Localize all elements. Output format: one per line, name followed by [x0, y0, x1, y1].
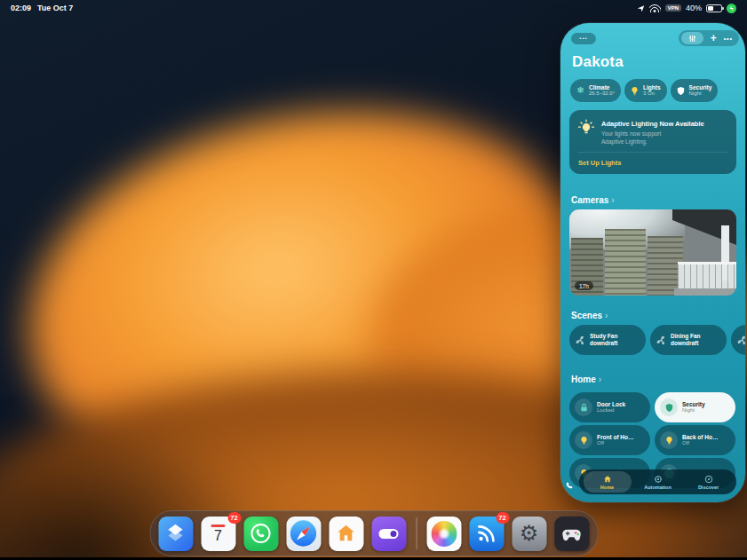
set-up-lights-link[interactable]: Set Up Lights [578, 159, 621, 167]
scene-dining-fan[interactable]: Dining Fan downdraft [650, 325, 727, 355]
scene-study-fan[interactable]: Study Fan downdraft [569, 325, 646, 355]
dock-app-photos[interactable] [426, 517, 461, 551]
cameras-header[interactable]: Cameras › [571, 195, 615, 205]
scenes-header[interactable]: Scenes › [571, 311, 608, 320]
calendar-weekday-bar [211, 525, 226, 527]
dock-app-shortcuts[interactable] [158, 517, 193, 551]
house-icon [335, 522, 358, 545]
lightbulb-icon [575, 431, 592, 449]
pill-label: Security [689, 84, 712, 91]
fan-icon [575, 335, 586, 346]
scene-partial[interactable] [731, 325, 745, 355]
dock-app-toggle[interactable] [371, 517, 406, 551]
shield-icon [660, 398, 678, 416]
home-app-window: ••• + ••• Dakota ❄ Climate 26.5–32.0° [560, 23, 745, 502]
automation-icon [654, 475, 663, 484]
chevron-right-icon: › [599, 375, 601, 384]
home-name-title: Dakota [572, 53, 624, 71]
tab-home[interactable]: Home [584, 471, 632, 493]
window-controls: ••• + ••• [571, 30, 739, 46]
pill-label: Lights [643, 84, 661, 91]
snowflake-icon: ❄ [575, 85, 586, 97]
notification-badge: 72 [227, 512, 241, 524]
camera-snapshot[interactable]: 17h [569, 209, 736, 296]
tab-bar: Home Automation Discover [579, 469, 736, 494]
dock: 72 7 72 ⚙ [149, 510, 598, 556]
security-status-pill[interactable]: Security Night [671, 79, 719, 102]
dock-app-settings[interactable]: ⚙ [512, 517, 546, 551]
dock-app-home[interactable] [329, 517, 363, 551]
tab-discover[interactable]: Discover [685, 471, 733, 493]
pill-value: Night [689, 91, 712, 97]
dock-app-safari[interactable] [286, 517, 321, 551]
chevron-right-icon: › [611, 195, 614, 205]
camera-floor [674, 288, 736, 296]
battery-icon [706, 4, 722, 12]
compass-icon [704, 475, 713, 484]
climate-status-pill[interactable]: ❄ Climate 26.5–32.0° [570, 79, 621, 102]
lock-icon [575, 398, 592, 416]
home-section-header[interactable]: Home › [571, 375, 601, 384]
vpn-badge: VPN [665, 4, 681, 12]
status-bar: 02:09 Tue Oct 7 VPN 40% ϟ [0, 0, 747, 16]
lightbulb-icon [660, 431, 678, 449]
whatsapp-icon [250, 522, 273, 545]
pill-value: 3 On [643, 91, 661, 97]
adaptive-lighting-banner: Adaptive Lighting Now Available Your lig… [569, 110, 736, 174]
status-pills: ❄ Climate 26.5–32.0° Lights 3 On Securit… [570, 79, 742, 102]
scenes-row: Study Fan downdraft Dining Fan downdraft [569, 325, 745, 355]
date: Tue Oct 7 [37, 4, 73, 12]
notification-badge: 72 [496, 512, 509, 524]
toolbar-capsule: + ••• [679, 30, 739, 46]
accessory-tile-back-light[interactable]: Back of Ho… Off [655, 425, 735, 455]
home-controls-icon[interactable] [681, 32, 703, 44]
photos-pinwheel-icon [431, 521, 457, 547]
charging-icon: ϟ [727, 4, 736, 13]
dock-app-calendar[interactable]: 72 7 [201, 517, 235, 551]
location-icon [637, 4, 645, 12]
wifi-icon [649, 4, 661, 12]
adaptive-bulb-icon [577, 119, 595, 137]
toggle-icon [379, 529, 399, 539]
add-button[interactable]: + [711, 33, 717, 43]
calendar-day: 7 [214, 529, 222, 543]
tab-automation[interactable]: Automation [634, 471, 682, 493]
banner-divider [578, 152, 727, 153]
slideover-grabber[interactable]: ••• [571, 33, 596, 44]
accessory-tile-security[interactable]: Security Night [655, 392, 735, 422]
pill-value: 26.5–32.0° [589, 91, 615, 97]
clock: 02:09 [11, 4, 31, 12]
more-button[interactable]: ••• [724, 35, 733, 42]
signal-arcs-icon [475, 522, 498, 545]
phone-icon[interactable] [565, 481, 575, 491]
gear-icon: ⚙ [520, 523, 539, 544]
lights-status-pill[interactable]: Lights 3 On [624, 79, 667, 102]
dock-app-games[interactable] [554, 517, 589, 551]
dock-separator [416, 517, 417, 549]
accessory-tile-door-lock[interactable]: Door Lock Locked [569, 392, 650, 422]
banner-subtitle: Your lights now support Adaptive Lightin… [601, 130, 729, 146]
dock-app-news[interactable]: 72 [469, 517, 504, 551]
camera-railing [678, 262, 736, 288]
camera-age-badge: 17h [575, 281, 593, 290]
shield-icon [675, 85, 687, 97]
fan-icon [736, 335, 745, 346]
shortcuts-icon [164, 522, 187, 545]
house-icon [603, 475, 612, 484]
game-controller-icon [560, 522, 584, 545]
pill-label: Climate [589, 84, 615, 91]
battery-percent: 40% [686, 4, 702, 12]
camera-building [605, 229, 646, 296]
chevron-right-icon: › [605, 311, 608, 320]
lightbulb-icon [629, 85, 640, 97]
safari-compass-icon [290, 519, 318, 548]
banner-title: Adaptive Lighting Now Available [601, 120, 731, 128]
dock-app-whatsapp[interactable] [243, 517, 278, 551]
accessory-tile-front-light[interactable]: Front of Ho… Off [569, 425, 650, 455]
fan-icon [656, 335, 667, 346]
